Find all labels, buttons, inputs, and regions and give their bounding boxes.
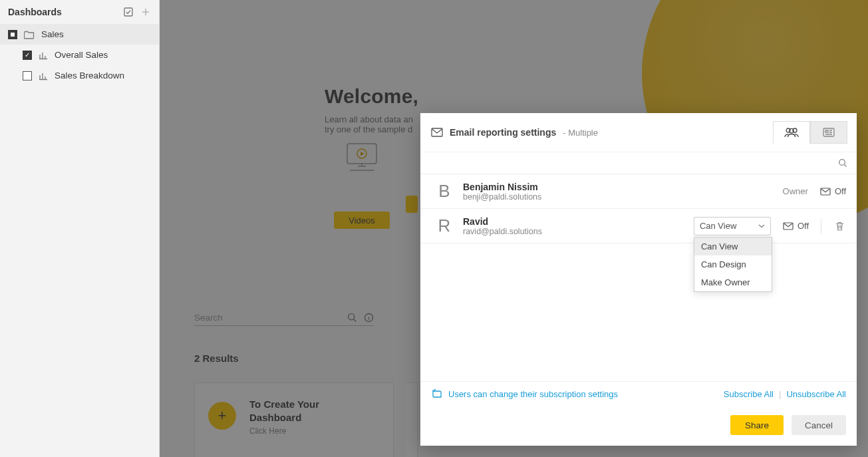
share-button[interactable]: Share — [730, 415, 784, 435]
sidebar-item-label: Sales Breakdown — [55, 71, 124, 80]
modal-title: Email reporting settings — [450, 127, 556, 138]
recipient-row: B Benjamin Nissim benji@paldi.solutions … — [420, 174, 857, 209]
recipient-email: benji@paldi.solutions — [463, 192, 541, 202]
add-dashboard-icon[interactable] — [140, 7, 151, 17]
tab-groups[interactable] — [810, 121, 847, 144]
sidebar-item-overall-sales[interactable]: ✓ Overall Sales — [0, 45, 159, 65]
app-root: Dashboards Sales ✓ Overall Sales — [0, 0, 868, 457]
avatar-initial: R — [431, 216, 458, 236]
separator: | — [779, 389, 781, 399]
email-toggle[interactable]: Off — [783, 221, 809, 231]
sidebar-title: Dashboards — [8, 7, 62, 17]
permission-selected: Can View — [700, 221, 736, 231]
mail-icon — [820, 188, 831, 196]
separator — [821, 219, 821, 233]
toggle-state: Off — [797, 221, 809, 231]
avatar-initial: B — [431, 181, 458, 202]
tab-users[interactable] — [773, 121, 810, 144]
chart-icon — [39, 71, 48, 80]
recipient-name: Ravid — [463, 216, 542, 227]
permission-option-can-view[interactable]: Can View — [694, 237, 772, 255]
modal-search-bar[interactable] — [420, 152, 857, 174]
mail-icon — [431, 128, 443, 137]
search-icon[interactable] — [838, 158, 847, 168]
recipient-list: B Benjamin Nissim benji@paldi.solutions … — [420, 174, 857, 243]
sidebar-group-label: Sales — [41, 29, 64, 39]
sidebar: Dashboards Sales ✓ Overall Sales — [0, 0, 160, 457]
sidebar-item-label: Overall Sales — [55, 50, 108, 60]
permission-option-make-owner[interactable]: Make Owner — [694, 273, 772, 291]
item-checkbox-icon[interactable]: ✓ — [23, 51, 32, 60]
email-toggle[interactable]: Off — [820, 186, 846, 196]
recipient-email: ravid@paldi.solutions — [463, 227, 542, 236]
sidebar-group-sales[interactable]: Sales — [0, 24, 159, 45]
svg-point-10 — [839, 160, 845, 166]
modal-header: Email reporting settings - Multiple — [420, 113, 857, 152]
item-checkbox-icon[interactable] — [23, 71, 32, 80]
sidebar-header: Dashboards — [0, 0, 159, 24]
mail-icon — [783, 222, 794, 230]
modal-subtitle: - Multiple — [563, 128, 598, 138]
unsubscribe-all-link[interactable]: Unsubscribe All — [786, 389, 846, 399]
recipient-row: R Ravid ravid@paldi.solutions Can View C… — [420, 209, 857, 243]
permission-option-can-design[interactable]: Can Design — [694, 255, 772, 273]
modal-utility-bar: Users can change their subscription sett… — [420, 381, 857, 406]
subscription-settings-link[interactable]: Users can change their subscription sett… — [448, 389, 618, 399]
permission-select[interactable]: Can View Can View Can Design Make Owner — [694, 217, 771, 235]
chart-icon — [39, 51, 48, 60]
group-checkbox-icon[interactable] — [8, 30, 17, 39]
role-label: Owner — [783, 186, 808, 196]
toggle-state: Off — [835, 186, 846, 196]
subscribe-all-link[interactable]: Subscribe All — [724, 389, 774, 399]
select-dashboards-icon[interactable] — [123, 7, 134, 17]
cancel-button[interactable]: Cancel — [792, 415, 846, 435]
modal-footer: Share Cancel — [420, 406, 857, 446]
permission-dropdown: Can View Can Design Make Owner — [694, 237, 772, 292]
subscription-settings-icon — [431, 388, 443, 399]
delete-recipient-button[interactable] — [833, 221, 846, 231]
recipient-name: Benjamin Nissim — [463, 182, 541, 192]
chevron-down-icon — [758, 224, 765, 228]
email-reporting-modal: Email reporting settings - Multiple — [420, 113, 857, 446]
folder-icon — [24, 30, 35, 39]
svg-rect-0 — [124, 8, 132, 16]
sidebar-item-sales-breakdown[interactable]: Sales Breakdown — [0, 65, 159, 86]
